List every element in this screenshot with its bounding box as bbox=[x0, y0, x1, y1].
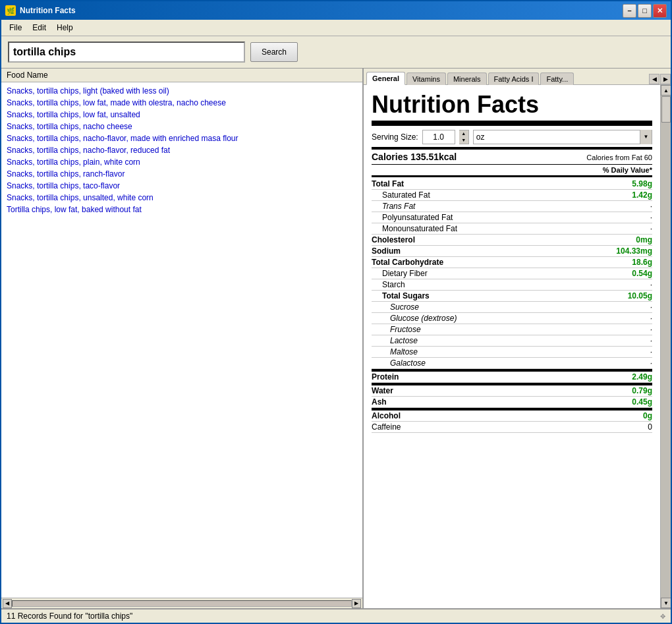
resize-grip: ✥ bbox=[660, 613, 665, 620]
nutrition-row-label: Lactose bbox=[390, 336, 418, 345]
menu-edit[interactable]: Edit bbox=[27, 21, 51, 34]
nutrition-row-label: Water bbox=[372, 386, 393, 395]
calories-label-value: Calories 135.51kcal bbox=[372, 152, 457, 162]
search-input[interactable] bbox=[8, 42, 245, 63]
nutrition-row: Dietary Fiber0.54g bbox=[372, 268, 652, 279]
food-list-item[interactable]: Snacks, tortilla chips, light (baked wit… bbox=[7, 85, 357, 97]
nutrition-row-value: · bbox=[650, 302, 652, 312]
nutrition-row-label: Total Sugars bbox=[382, 291, 430, 300]
food-list-item[interactable]: Snacks, tortilla chips, nacho-flavor, re… bbox=[7, 144, 357, 156]
nutrition-row: Polyunsaturated Fat· bbox=[372, 212, 652, 223]
title-bar: 🌿 Nutrition Facts – □ ✕ bbox=[1, 1, 671, 20]
nutrition-row-label: Sodium bbox=[372, 246, 401, 256]
tab-general[interactable]: General bbox=[366, 72, 405, 85]
nutrition-row-value: 0mg bbox=[636, 235, 652, 244]
nutrition-row: Caffeine0 bbox=[372, 422, 652, 433]
minimize-button[interactable]: – bbox=[623, 4, 636, 18]
tab-scroll-right[interactable]: ▶ bbox=[660, 74, 671, 84]
right-panel: General Vitamins Minerals Fatty Acids I … bbox=[364, 69, 671, 608]
tab-minerals[interactable]: Minerals bbox=[447, 72, 487, 85]
status-bar: 11 Records Found for "tortilla chips" ✥ bbox=[1, 608, 671, 623]
nutrition-row-value: · bbox=[650, 280, 652, 289]
spin-down-button[interactable]: ▼ bbox=[459, 137, 468, 144]
nutrition-row-label: Sucrose bbox=[390, 302, 419, 312]
nutrition-row: Glucose (dextrose)· bbox=[372, 313, 652, 324]
nutrition-row: Total Carbohydrate18.6g bbox=[372, 257, 652, 268]
nutrition-row-label: Starch bbox=[382, 280, 405, 289]
nutrition-row-label: Glucose (dextrose) bbox=[390, 314, 457, 323]
search-button[interactable]: Search bbox=[250, 42, 298, 62]
tab-fatty[interactable]: Fatty... bbox=[540, 72, 574, 85]
tab-scroll-area: ◀ ▶ bbox=[649, 74, 671, 84]
nutrition-row: Water0.79g bbox=[372, 383, 652, 397]
nutrition-row-value: 0 bbox=[648, 422, 652, 432]
nutrition-row: Trans Fat· bbox=[372, 201, 652, 212]
scroll-left-arrow[interactable]: ◀ bbox=[3, 599, 12, 608]
tab-scroll-left[interactable]: ◀ bbox=[649, 74, 659, 84]
nutrition-row: Lactose· bbox=[372, 335, 652, 347]
nutrition-row-value: 0.54g bbox=[632, 269, 652, 278]
nutrition-row-label: Alcohol bbox=[372, 411, 401, 420]
food-list-item[interactable]: Snacks, tortilla chips, low fat, unsalte… bbox=[7, 109, 357, 121]
nutrition-row: Total Sugars10.05g bbox=[372, 291, 652, 302]
scroll-track bbox=[12, 600, 352, 607]
food-list-item[interactable]: Snacks, tortilla chips, taco-flavor bbox=[7, 180, 357, 192]
unit-dropdown-arrow[interactable]: ▼ bbox=[640, 130, 652, 144]
food-list-item[interactable]: Snacks, tortilla chips, nacho cheese bbox=[7, 121, 357, 132]
nutrition-row-label: Caffeine bbox=[372, 422, 401, 432]
nutrition-row-value: 104.33mg bbox=[616, 246, 652, 256]
food-list-item[interactable]: Snacks, tortilla chips, low fat, made wi… bbox=[7, 97, 357, 109]
serving-unit-dropdown[interactable]: oz ▼ bbox=[473, 130, 652, 144]
menu-help[interactable]: Help bbox=[51, 21, 78, 34]
calories-value: 135.51kcal bbox=[410, 152, 457, 162]
title-controls: – □ ✕ bbox=[623, 4, 667, 18]
nutrition-row-value: · bbox=[650, 347, 652, 356]
nutrition-row: Sodium104.33mg bbox=[372, 246, 652, 257]
tab-fatty-acids-i[interactable]: Fatty Acids I bbox=[488, 72, 540, 85]
nutrition-row-value: 10.05g bbox=[628, 291, 652, 300]
nutrition-rows: Total Fat5.98gSaturated Fat1.42gTrans Fa… bbox=[372, 179, 652, 433]
nutrition-row-value: 0.79g bbox=[632, 386, 652, 395]
scroll-down-button[interactable]: ▼ bbox=[661, 598, 671, 608]
nutrition-row-label: Polyunsaturated Fat bbox=[382, 213, 453, 222]
serving-size-input[interactable] bbox=[422, 130, 455, 144]
nutrition-row-value: 5.98g bbox=[632, 179, 652, 188]
maximize-button[interactable]: □ bbox=[638, 4, 652, 18]
food-list-item[interactable]: Snacks, tortilla chips, ranch-flavor bbox=[7, 168, 357, 180]
food-list-item[interactable]: Snacks, tortilla chips, unsalted, white … bbox=[7, 192, 357, 204]
food-list-item[interactable]: Snacks, tortilla chips, nacho-flavor, ma… bbox=[7, 132, 357, 144]
close-button[interactable]: ✕ bbox=[653, 4, 667, 18]
serving-size-row: Serving Size: ▲ ▼ oz ▼ bbox=[372, 130, 652, 144]
nutrition-row: Total Fat5.98g bbox=[372, 179, 652, 190]
app-icon: 🌿 bbox=[5, 5, 16, 16]
nutrition-row-label: Galactose bbox=[390, 358, 426, 368]
nutrition-row-value: · bbox=[650, 325, 652, 334]
nutrition-row-label: Protein bbox=[372, 372, 399, 382]
nutrition-row-label: Total Fat bbox=[372, 179, 404, 188]
nutrition-row: Fructose· bbox=[372, 324, 652, 335]
menu-file[interactable]: File bbox=[4, 21, 27, 34]
nutrition-row: Saturated Fat1.42g bbox=[372, 190, 652, 201]
food-list-item[interactable]: Snacks, tortilla chips, plain, white cor… bbox=[7, 156, 357, 168]
food-list-item[interactable]: Tortilla chips, low fat, baked without f… bbox=[7, 204, 357, 215]
nutrition-row-label: Total Carbohydrate bbox=[372, 258, 443, 267]
spin-up-button[interactable]: ▲ bbox=[459, 130, 468, 137]
scroll-up-button[interactable]: ▲ bbox=[661, 85, 671, 96]
calories-from-fat-label: Calories from Fat bbox=[586, 154, 642, 161]
tab-vitamins[interactable]: Vitamins bbox=[406, 72, 446, 85]
status-text: 11 Records Found for "tortilla chips" bbox=[7, 611, 132, 621]
nutrition-row-label: Maltose bbox=[390, 347, 418, 356]
scroll-right-arrow[interactable]: ▶ bbox=[352, 599, 361, 608]
toolbar: Search bbox=[1, 36, 671, 68]
serving-size-label: Serving Size: bbox=[372, 132, 418, 142]
nutrition-row-label: Dietary Fiber bbox=[382, 269, 428, 278]
nutrition-row-value: · bbox=[650, 213, 652, 222]
food-list: Snacks, tortilla chips, light (baked wit… bbox=[1, 82, 362, 598]
daily-value-label: % Daily Value* bbox=[603, 166, 652, 174]
nutrition-row-label: Cholesterol bbox=[372, 235, 415, 244]
scroll-thumb[interactable] bbox=[661, 96, 671, 123]
window-title: Nutrition Facts bbox=[20, 6, 76, 15]
left-panel: Food Name Snacks, tortilla chips, light … bbox=[1, 69, 364, 608]
scroll-track bbox=[661, 96, 671, 598]
nutrition-row: Cholesterol0mg bbox=[372, 235, 652, 246]
